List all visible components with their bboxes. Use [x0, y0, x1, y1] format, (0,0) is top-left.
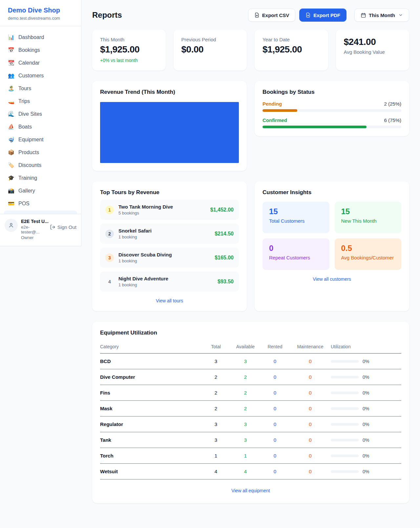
file-download-icon: [254, 12, 260, 18]
stat-card-this-month: This Month $1,925.00 +0% vs last month: [92, 30, 166, 71]
export-csv-button[interactable]: Export CSV: [248, 9, 296, 22]
bookings-by-status-card: Bookings by Status Pending 2 (25%) Confi…: [255, 81, 409, 136]
user-role: Owner: [21, 235, 45, 240]
export-pdf-button[interactable]: Export PDF: [299, 9, 346, 22]
equipment-table-row: Tank33000%: [100, 432, 401, 448]
cell-available: 4: [231, 464, 260, 479]
bookings-calendar-icon: 📅: [8, 47, 14, 53]
equipment-utilization-title: Equipment Utilization: [100, 330, 401, 336]
cell-rented: 0: [260, 401, 290, 416]
cell-total: 3: [201, 416, 231, 432]
sidebar-item-dashboard[interactable]: 📊Dashboard: [4, 31, 77, 44]
user-info: E2E Test U... e2e-tester@... Owner Sign …: [21, 219, 76, 240]
sidebar-item-tours[interactable]: 🏝️Tours: [4, 82, 77, 95]
sidebar-item-dive-sites[interactable]: 🌊Dive Sites: [4, 108, 77, 120]
credit-card-icon: 💳: [8, 200, 14, 207]
view-all-equipment-link[interactable]: View all equipment: [100, 488, 401, 493]
cell-rented: 0: [260, 369, 290, 385]
cell-utilization: 0%: [331, 385, 401, 401]
table-header-row: Category Total Available Rented Maintena…: [100, 341, 401, 354]
sidebar-item-label: Discounts: [18, 162, 41, 168]
sidebar-item-label: POS: [18, 201, 30, 207]
tile-label: Repeat Customers: [269, 255, 323, 260]
sign-out-button[interactable]: Sign Out: [50, 224, 76, 230]
cell-total: 4: [201, 464, 231, 479]
sidebar-nav: 📊Dashboard 📅Bookings 📆Calendar 👥Customer…: [0, 26, 81, 214]
cell-total: 2: [201, 401, 231, 416]
cell-total: 1: [201, 448, 231, 464]
shop-domain: demo.test.divestreams.com: [8, 16, 73, 21]
cell-available: 2: [231, 369, 260, 385]
customer-insights-card: Customer Insights 15 Total Customers 15 …: [255, 181, 409, 311]
customer-insights-title: Customer Insights: [262, 189, 401, 196]
speedboat-icon: 🚤: [8, 98, 14, 104]
tour-amount: $1,452.00: [210, 207, 234, 213]
cell-maintenance: 0: [290, 416, 331, 432]
tile-value: 0: [269, 244, 323, 253]
page-header: Reports Export CSV Export PDF This Month: [92, 9, 409, 22]
cell-available: 3: [231, 432, 260, 448]
header-actions: Export CSV Export PDF This Month: [248, 9, 409, 22]
tile-value: 15: [269, 207, 323, 216]
tour-row: 3 Discover Scuba Diving1 booking $165.00: [100, 248, 239, 268]
person-icon: [8, 222, 14, 229]
stat-delta: +0% vs last month: [100, 58, 158, 63]
progress-fill-confirmed: [262, 126, 367, 128]
cell-category: Dive Computer: [100, 369, 201, 385]
tour-name: Discover Scuba Diving: [118, 252, 210, 257]
equipment-table: Category Total Available Rented Maintena…: [100, 341, 401, 479]
user-name: E2E Test U...: [21, 219, 76, 224]
sidebar-item-calendar[interactable]: 📆Calendar: [4, 56, 77, 69]
col-maintenance: Maintenance: [290, 341, 331, 354]
sidebar-item-training[interactable]: 🎓Training: [4, 172, 77, 184]
cell-category: Wetsuit: [100, 464, 201, 479]
cell-maintenance: 0: [290, 369, 331, 385]
view-all-customers-link[interactable]: View all customers: [262, 276, 401, 282]
insights-row: Top Tours by Revenue 1 Two Tank Morning …: [92, 181, 409, 311]
view-all-tours-link[interactable]: View all tours: [100, 298, 239, 303]
rank-badge: 1: [105, 206, 114, 214]
status-label: Pending: [262, 101, 282, 107]
period-dropdown[interactable]: This Month: [354, 9, 409, 22]
equipment-table-row: Regulator33000%: [100, 416, 401, 432]
cell-available: 2: [231, 401, 260, 416]
tile-repeat-customers: 0 Repeat Customers: [262, 238, 329, 270]
utilization-percent: 0%: [363, 469, 369, 474]
equipment-table-row: Wetsuit44000%: [100, 464, 401, 479]
sidebar-item-boats[interactable]: ⛵Boats: [4, 120, 77, 133]
cell-total: 2: [201, 369, 231, 385]
progress-fill-pending: [262, 109, 297, 112]
sidebar-item-products[interactable]: 📦Products: [4, 146, 77, 159]
cell-rented: 0: [260, 354, 290, 369]
tag-icon: 🏷️: [8, 162, 14, 168]
status-label: Confirmed: [262, 117, 287, 123]
utilization-bar: [331, 470, 359, 473]
cell-maintenance: 0: [290, 464, 331, 479]
sidebar-active-item-partial[interactable]: [4, 211, 77, 214]
tour-bookings: 5 bookings: [118, 211, 206, 215]
cell-utilization: 0%: [331, 369, 401, 385]
sidebar-item-equipment[interactable]: 🤿Equipment: [4, 133, 77, 146]
sidebar-item-customers[interactable]: 👥Customers: [4, 69, 77, 82]
tile-label: Avg Bookings/Customer: [341, 255, 395, 260]
cell-category: Fins: [100, 385, 201, 401]
utilization-percent: 0%: [363, 453, 369, 458]
sign-out-label: Sign Out: [57, 224, 76, 230]
tile-label: Total Customers: [269, 218, 323, 224]
sidebar-item-pos[interactable]: 💳POS: [4, 197, 77, 210]
cell-maintenance: 0: [290, 401, 331, 416]
tile-new-this-month: 15 New This Month: [335, 202, 402, 233]
sidebar-item-bookings[interactable]: 📅Bookings: [4, 44, 77, 56]
tile-label: New This Month: [341, 218, 395, 224]
sidebar-item-trips[interactable]: 🚤Trips: [4, 95, 77, 108]
sidebar-item-label: Dashboard: [18, 34, 44, 40]
cell-category: Torch: [100, 448, 201, 464]
stat-card-previous-period: Previous Period $0.00: [174, 30, 247, 71]
cell-total: 3: [201, 432, 231, 448]
sidebar-item-gallery[interactable]: 📸Gallery: [4, 184, 77, 197]
stat-value: $241.00: [344, 37, 402, 47]
utilization-bar: [331, 360, 359, 363]
sidebar-item-discounts[interactable]: 🏷️Discounts: [4, 159, 77, 172]
col-rented: Rented: [260, 341, 290, 354]
utilization-percent: 0%: [363, 422, 369, 427]
